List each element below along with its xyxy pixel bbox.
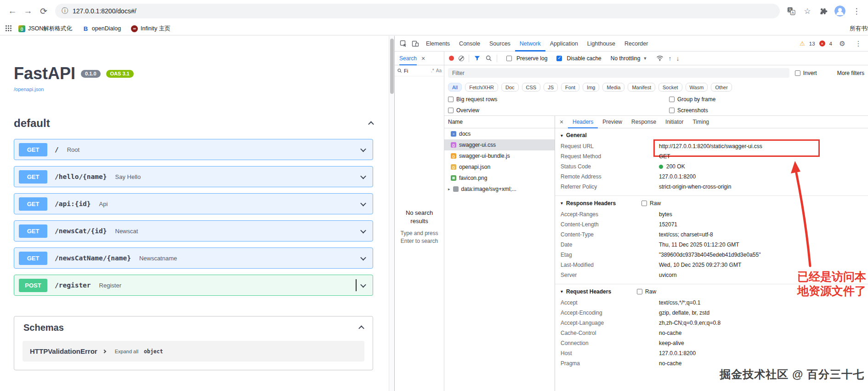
back-icon[interactable]: ← — [5, 3, 20, 19]
raw-toggle[interactable]: Raw — [637, 288, 656, 295]
request-headers-section-header[interactable]: Request Headers Raw — [555, 284, 868, 298]
openapi-spec-link[interactable]: /openapi.json — [14, 86, 373, 92]
search-drawer-tab[interactable]: Search × — [395, 52, 444, 65]
address-bar[interactable]: ⓘ 127.0.0.1:8200/docs#/ — [55, 4, 780, 18]
group-by-frame-checkbox[interactable] — [669, 97, 675, 102]
inspect-element-icon[interactable] — [397, 38, 409, 50]
bookmark-item[interactable]: openDialog — [82, 25, 121, 32]
expand-chevron-icon[interactable] — [360, 282, 366, 288]
endpoint-row[interactable]: GET /newsCat/{id} Newscat — [14, 220, 373, 242]
menu-icon[interactable]: ⋮ — [851, 6, 862, 16]
response-headers-section-header[interactable]: Response Headers Raw — [555, 196, 868, 209]
warning-icon[interactable]: ⚠ — [800, 40, 805, 47]
page-scrollbar[interactable] — [389, 36, 394, 391]
network-conditions-icon[interactable] — [656, 55, 664, 61]
apps-grid-icon[interactable] — [6, 25, 12, 32]
collapse-chevron-icon[interactable] — [358, 326, 364, 332]
screenshots-checkbox[interactable] — [669, 108, 675, 113]
devtools-tab[interactable]: Elements — [421, 36, 454, 52]
request-row[interactable]: swagger-ui.css — [444, 139, 555, 150]
expand-chevron-icon[interactable] — [360, 227, 366, 233]
import-har-icon[interactable]: ↑ — [668, 55, 671, 62]
detail-tab[interactable]: Timing — [688, 116, 714, 128]
request-row[interactable]: docs — [444, 128, 555, 139]
detail-tab[interactable]: Initiator — [661, 116, 688, 128]
bookmark-item[interactable]: Infinity 主页 — [131, 25, 170, 33]
bookmark-item[interactable]: JSON解析格式化 — [18, 25, 72, 33]
preserve-log-toggle[interactable]: Preserve log — [502, 55, 552, 62]
type-filter-chip[interactable]: Media — [602, 83, 624, 92]
disable-cache-toggle[interactable]: Disable cache — [552, 55, 606, 62]
expand-chevron-icon[interactable] — [102, 349, 106, 353]
invert-toggle[interactable]: Invert — [795, 70, 817, 76]
detail-tab[interactable]: Preview — [598, 116, 627, 128]
bookmark-star-icon[interactable]: ☆ — [802, 6, 812, 16]
match-case-toggle-icon[interactable]: Aa — [436, 68, 442, 73]
type-filter-chip[interactable]: Doc — [501, 83, 519, 92]
search-query[interactable]: Fi — [404, 68, 408, 74]
clear-icon[interactable] — [459, 56, 464, 61]
endpoint-row[interactable]: GET / Root — [14, 139, 373, 160]
invert-checkbox[interactable] — [795, 70, 800, 76]
more-filters-button[interactable]: More filters — [837, 70, 864, 76]
devtools-tab[interactable]: Console — [454, 36, 485, 52]
endpoint-row[interactable]: GET /api:{id} Api — [14, 193, 373, 214]
request-row[interactable]: swagger-ui-bundle.js — [444, 150, 555, 161]
preserve-log-checkbox[interactable] — [506, 56, 512, 61]
schemas-header[interactable]: Schemas — [14, 316, 373, 339]
endpoint-row[interactable]: POST /register Register — [14, 275, 373, 296]
schema-model-row[interactable]: HTTPValidationError Expand all object — [23, 341, 364, 362]
endpoint-row[interactable]: GET /newsCatName/{name} Newscatname — [14, 247, 373, 269]
site-info-icon[interactable]: ⓘ — [62, 7, 68, 15]
raw-checkbox[interactable] — [637, 289, 642, 294]
collapse-chevron-icon[interactable] — [368, 121, 374, 127]
type-filter-chip[interactable]: All — [448, 83, 462, 92]
twisty-icon[interactable]: ▸ — [448, 187, 450, 191]
request-row[interactable]: favicon.png — [444, 172, 555, 184]
throttling-dropdown[interactable]: No throttling ▼ — [611, 55, 647, 62]
big-request-rows-checkbox[interactable] — [448, 97, 454, 102]
search-icon[interactable] — [485, 55, 492, 62]
expand-chevron-icon[interactable] — [360, 200, 366, 206]
network-filter-input[interactable] — [448, 68, 789, 78]
disable-cache-checkbox[interactable] — [556, 56, 562, 61]
type-filter-chip[interactable]: Other — [711, 83, 732, 92]
type-filter-chip[interactable]: CSS — [522, 83, 541, 92]
type-filter-chip[interactable]: JS — [544, 83, 558, 92]
detail-tab[interactable]: Headers — [568, 116, 598, 128]
request-list-header[interactable]: Name — [444, 116, 555, 128]
devtools-tab[interactable]: Recorder — [620, 36, 652, 52]
forward-icon[interactable]: → — [20, 3, 36, 19]
reload-icon[interactable]: ⟳ — [36, 3, 51, 19]
devtools-tab[interactable]: Application — [545, 36, 583, 52]
devtools-tab[interactable]: Lighthouse — [583, 36, 620, 52]
type-filter-chip[interactable]: Fetch/XHR — [465, 83, 498, 92]
settings-gear-icon[interactable]: ⚙ — [836, 38, 848, 50]
translate-icon[interactable]: 文A — [786, 6, 796, 16]
search-input-row[interactable]: Fi .* Aa — [395, 65, 444, 76]
type-filter-chip[interactable]: Socket — [658, 83, 682, 92]
regex-toggle-icon[interactable]: .* — [431, 68, 434, 73]
request-row[interactable]: openapi.json — [444, 161, 555, 172]
filter-funnel-icon[interactable] — [474, 55, 481, 62]
error-icon[interactable]: × — [819, 40, 825, 46]
record-icon[interactable] — [449, 56, 454, 61]
expand-chevron-icon[interactable] — [360, 173, 366, 179]
scrollbar-thumb[interactable] — [390, 39, 394, 94]
profile-avatar[interactable] — [834, 6, 845, 17]
raw-toggle[interactable]: Raw — [641, 200, 661, 207]
tag-section-header[interactable]: default — [14, 117, 373, 130]
all-bookmarks-button[interactable]: 所有书签 — [843, 22, 868, 35]
expand-chevron-icon[interactable] — [360, 146, 366, 152]
search-tab-label[interactable]: Search — [399, 52, 417, 65]
extensions-icon[interactable] — [818, 6, 828, 16]
type-filter-chip[interactable]: Wasm — [686, 83, 708, 92]
request-row[interactable]: ▸ data:image/svg+xml;... — [444, 184, 555, 195]
raw-checkbox[interactable] — [641, 201, 647, 206]
type-filter-chip[interactable]: Manifest — [628, 83, 655, 92]
type-filter-chip[interactable]: Img — [583, 83, 599, 92]
devtools-tab[interactable]: Sources — [485, 36, 515, 52]
detail-tab[interactable]: Response — [627, 116, 661, 128]
overview-checkbox[interactable] — [448, 108, 454, 113]
close-detail-icon[interactable]: × — [555, 118, 568, 126]
